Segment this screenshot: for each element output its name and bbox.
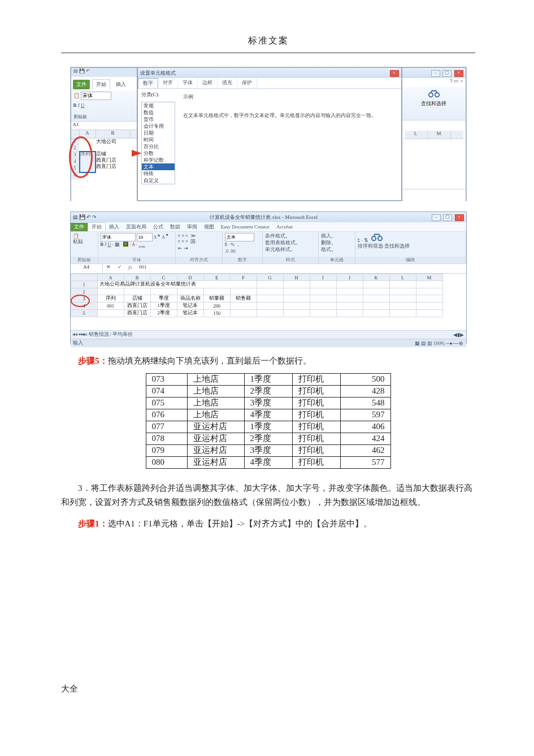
data-cell[interactable]: 200	[203, 303, 230, 310]
view-layout-icon[interactable]: ▤	[421, 340, 426, 346]
data-cell[interactable]: 150	[203, 310, 230, 317]
font-name-input[interactable]	[101, 233, 136, 241]
ribbon-tab[interactable]: 插入	[106, 223, 123, 231]
col-header[interactable]: A	[97, 274, 124, 281]
data-cell[interactable]: 西直门店	[124, 303, 150, 310]
col-header[interactable]: D	[177, 274, 203, 281]
find-select-label[interactable]: 查找和选择	[384, 243, 410, 249]
format-cells-button[interactable]: 格式。	[321, 247, 353, 253]
save-icon[interactable]: 💾	[79, 214, 85, 220]
category-item[interactable]: 特殊	[142, 170, 175, 177]
ribbon-tab[interactable]: 页面布局	[123, 223, 150, 231]
category-item[interactable]: 货币	[142, 116, 175, 123]
ribbon-tab[interactable]: 公式	[150, 223, 167, 231]
col-header[interactable]: K	[363, 274, 389, 281]
delete-cells-button[interactable]: 删除。	[321, 240, 353, 247]
cancel-entry-icon[interactable]: ✕	[103, 264, 114, 273]
col-header[interactable]: M	[416, 274, 442, 281]
table-format-button[interactable]: 套用表格格式。	[265, 240, 316, 247]
ribbon-tab[interactable]: 文件	[71, 223, 88, 231]
header-cell[interactable]: 店铺	[124, 295, 150, 303]
window-controls-icon[interactable]: ▭ ×	[454, 78, 463, 84]
ribbon-tab[interactable]: 数据	[167, 223, 184, 231]
cell-b5[interactable]: 西直门店	[96, 163, 116, 170]
col-header[interactable]: C	[150, 274, 177, 281]
header-cell[interactable]: 销售额	[230, 295, 257, 303]
ribbon-tab[interactable]: Acrobat	[273, 223, 296, 230]
col-header-b[interactable]: B	[96, 130, 131, 138]
ribbon-tab[interactable]: 审阅	[184, 223, 201, 231]
col-header[interactable]: G	[257, 274, 283, 281]
header-cell[interactable]: 商品名称	[177, 295, 203, 303]
insert-cells-button[interactable]: 插入。	[321, 233, 353, 240]
font-size-input[interactable]	[137, 233, 153, 241]
col-header-l[interactable]: L	[405, 131, 428, 139]
ribbon-tab[interactable]: Easy Document Creator	[218, 223, 273, 230]
tab-home[interactable]: 开始	[92, 79, 110, 89]
hscroll-icon[interactable]: ◀▮▶	[453, 332, 464, 338]
category-item[interactable]: 文本	[142, 163, 175, 170]
data-cell[interactable]: 笔记本	[177, 310, 203, 317]
cell-styles-button[interactable]: 单元格样式。	[265, 247, 316, 253]
row-header[interactable]: 1	[71, 281, 97, 288]
minimize-icon[interactable]: –	[431, 70, 440, 77]
redo-icon[interactable]: ↷	[92, 214, 97, 220]
zoom-slider[interactable]: ─●──⊕	[446, 340, 463, 346]
col-header[interactable]: L	[389, 274, 416, 281]
sheet-tab-names[interactable]: 销售情况 / 平均单价	[89, 331, 133, 337]
binoculars-icon[interactable]	[371, 237, 383, 243]
name-box[interactable]: A1	[71, 122, 137, 130]
sheet-nav-icon[interactable]: ⏮◀▶⏭	[73, 331, 88, 337]
zoom-level[interactable]: 100%	[433, 340, 445, 346]
maximize-icon[interactable]: ▢	[443, 214, 452, 221]
header-cell[interactable]: 序列	[97, 295, 124, 303]
category-item[interactable]: 会计专用	[142, 123, 175, 129]
paste-icon[interactable]: 📋	[73, 93, 80, 98]
undo-icon[interactable]: ↶	[86, 214, 91, 220]
col-header[interactable]: F	[230, 274, 257, 281]
ribbon-tabs[interactable]: 文件开始插入页面布局公式数据审阅视图Easy Document CreatorA…	[71, 222, 466, 232]
col-header[interactable]: H	[283, 274, 310, 281]
col-header[interactable]: E	[203, 274, 230, 281]
col-header[interactable]: J	[336, 274, 363, 281]
tab-fill[interactable]: 填充	[218, 78, 237, 88]
tab-protect[interactable]: 保护	[237, 78, 257, 88]
close-icon[interactable]: ×	[454, 70, 463, 77]
tab-insert[interactable]: 插入	[112, 80, 129, 89]
category-item[interactable]: 数值	[142, 109, 175, 116]
binoculars-icon[interactable]	[428, 90, 440, 100]
data-cell[interactable]: 1季度	[150, 303, 177, 310]
tab-font[interactable]: 字体	[178, 78, 198, 88]
confirm-entry-icon[interactable]: ✓	[114, 264, 125, 273]
tab-number[interactable]: 数字	[138, 78, 158, 88]
col-header[interactable]: B	[124, 274, 150, 281]
sort-icon[interactable]: ⇅	[364, 237, 368, 243]
number-format-select[interactable]	[225, 233, 254, 241]
save-icon[interactable]: 💾	[79, 68, 85, 74]
category-item[interactable]: 百分比	[142, 143, 175, 150]
data-cell[interactable]: 笔记本	[177, 303, 203, 310]
find-select-label[interactable]: 查找和选择	[402, 101, 466, 107]
data-cell[interactable]	[230, 303, 257, 310]
formula-bar[interactable]: 001	[136, 264, 466, 273]
category-item[interactable]: 常规	[142, 102, 175, 109]
dialog-tabs[interactable]: 数字 对齐 字体 边框 填充 保护	[138, 78, 401, 89]
view-normal-icon[interactable]: ▦	[415, 340, 420, 346]
header-cell[interactable]: 销量额	[203, 295, 230, 303]
sort-filter-label[interactable]: 排序和筛选	[358, 243, 383, 249]
worksheet-grid[interactable]: ABCDEFGHIJKLM1大地公司易品牌计算机设备全年销量统计表23序列店铺季…	[71, 274, 443, 317]
category-item[interactable]: 时间	[142, 136, 175, 143]
category-item[interactable]: 自定义	[142, 177, 175, 184]
view-pagebreak-icon[interactable]: ▥	[427, 340, 432, 346]
col-header-m[interactable]: M	[428, 131, 451, 139]
data-cell[interactable]: 2季度	[150, 310, 177, 317]
undo-icon[interactable]: ↶	[86, 68, 90, 74]
quick-access-toolbar[interactable]: ▤ 💾 ↶	[71, 68, 137, 77]
maximize-icon[interactable]: ▢	[442, 70, 451, 77]
ribbon-tab[interactable]: 开始	[88, 222, 106, 231]
data-cell[interactable]	[97, 310, 124, 317]
title-cell[interactable]: 大地公司易品牌计算机设备全年销量统计表	[97, 281, 257, 288]
cell-b1[interactable]: 大地公司	[96, 139, 116, 145]
category-item[interactable]: 日期	[142, 129, 175, 136]
minimize-icon[interactable]: –	[432, 214, 441, 221]
